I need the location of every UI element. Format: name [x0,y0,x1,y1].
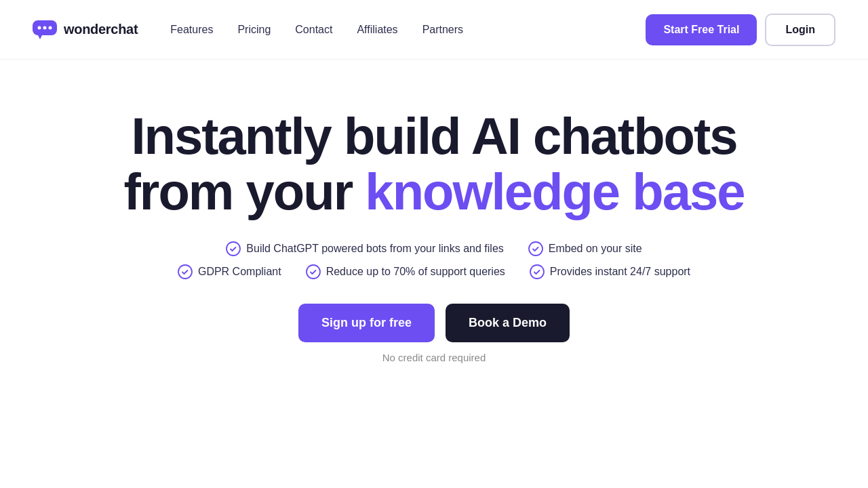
feature-item-5: Provides instant 24/7 support [530,264,690,279]
nav-item-features[interactable]: Features [170,24,213,36]
svg-marker-4 [38,35,42,39]
check-icon-5 [530,264,545,279]
check-icon-3 [178,264,193,279]
signup-button[interactable]: Sign up for free [298,304,435,342]
check-icon-2 [528,241,543,256]
feature-item-1: Build ChatGPT powered bots from your lin… [226,241,503,256]
svg-point-5 [226,242,240,256]
feature-item-2: Embed on your site [528,241,642,256]
features-row-1: Build ChatGPT powered bots from your lin… [226,241,642,256]
book-demo-button[interactable]: Book a Demo [446,304,570,342]
logo-icon [33,20,57,39]
start-free-trial-button[interactable]: Start Free Trial [646,14,757,45]
nav-left: wonderchat Features Pricing Contact Affi… [33,20,463,39]
svg-point-8 [307,265,320,279]
svg-point-3 [49,26,52,29]
feature-item-4: Reduce up to 70% of support queries [306,264,505,279]
login-button[interactable]: Login [765,14,835,46]
logo[interactable]: wonderchat [33,20,138,39]
nav-links: Features Pricing Contact Affiliates Part… [170,24,463,36]
cta-buttons: Sign up for free Book a Demo [298,304,570,342]
navbar: wonderchat Features Pricing Contact Affi… [0,0,868,60]
hero-section: Instantly build AI chatbots from your kn… [0,60,868,363]
svg-point-1 [38,26,41,29]
svg-point-6 [529,242,542,256]
nav-item-contact[interactable]: Contact [295,24,332,36]
nav-right: Start Free Trial Login [646,14,835,46]
logo-text: wonderchat [64,22,138,37]
hero-title: Instantly build AI chatbots from your kn… [124,108,745,220]
features-row-2: GDPR Compliant Reduce up to 70% of suppo… [178,264,690,279]
nav-item-affiliates[interactable]: Affiliates [357,24,397,36]
svg-point-9 [530,265,544,279]
feature-item-3: GDPR Compliant [178,264,281,279]
check-icon-4 [306,264,321,279]
svg-point-2 [43,26,47,29]
svg-point-7 [178,265,192,279]
nav-item-partners[interactable]: Partners [422,24,463,36]
nav-item-pricing[interactable]: Pricing [237,24,271,36]
check-icon-1 [226,241,241,256]
no-credit-card-label: No credit card required [382,352,486,363]
